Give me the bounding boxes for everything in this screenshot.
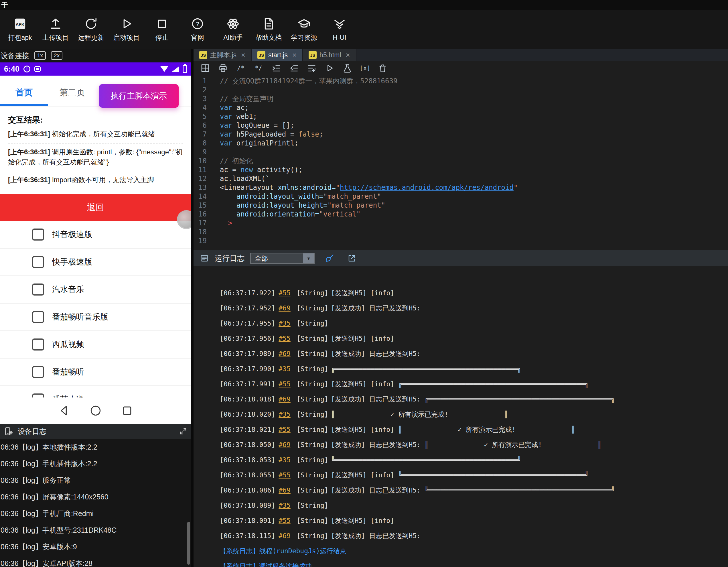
app-list-row[interactable]: 番茄畅听音乐版 bbox=[0, 304, 191, 331]
code-text: var ac; bbox=[207, 103, 249, 112]
back-button[interactable]: 返回 bbox=[0, 194, 191, 221]
log-text: 【String】[发送成功] 日志已发送到H5: bbox=[294, 532, 421, 540]
run-icon[interactable] bbox=[325, 63, 334, 73]
close-icon[interactable]: × bbox=[241, 51, 245, 59]
learning-icon bbox=[297, 17, 311, 30]
code-text: var web1; bbox=[207, 112, 257, 121]
code-line: 7 var h5PageLoaded = false; bbox=[194, 130, 728, 139]
log-filter-select[interactable]: 全部 ▼ bbox=[250, 253, 315, 264]
app-checkbox[interactable] bbox=[32, 339, 44, 351]
log-ref-link[interactable]: #55 bbox=[279, 517, 291, 524]
app-checkbox[interactable] bbox=[32, 366, 44, 378]
close-tag-icon[interactable]: [x] bbox=[360, 63, 370, 73]
zoom-2x-button[interactable]: 2x bbox=[51, 51, 62, 60]
log-ref-link[interactable]: #55 bbox=[279, 426, 291, 433]
code-text: var originalPrintl; bbox=[207, 139, 299, 148]
indent-right-icon[interactable] bbox=[271, 63, 281, 73]
log-timestamp: [06:37:17.952] bbox=[220, 305, 275, 312]
nav-home-icon[interactable] bbox=[89, 404, 102, 417]
app-list-row[interactable]: 快手极速版 bbox=[0, 248, 191, 276]
log-ref-link[interactable]: #35 bbox=[279, 456, 291, 464]
device-log-line: 06:36【log】服务正常 bbox=[1, 472, 191, 489]
log-ref-link[interactable]: #35 bbox=[279, 365, 291, 373]
status-overlay-icon bbox=[34, 66, 41, 72]
code-line: 13 <LinearLayout xmlns:android="http://s… bbox=[194, 183, 728, 192]
log-timestamp: [06:37:18.089] bbox=[220, 502, 275, 509]
log-text: 【String】[发送到H5] [info] bbox=[294, 289, 394, 297]
toolbar-item-ai-assistant[interactable]: AI助手 bbox=[215, 17, 251, 42]
indent-left-icon[interactable] bbox=[289, 63, 299, 73]
editor-tab-主脚本.js[interactable]: JS 主脚本.js × bbox=[194, 49, 252, 61]
comment-open-icon[interactable]: /* bbox=[236, 63, 246, 73]
close-icon[interactable]: × bbox=[292, 51, 297, 59]
log-ref-link[interactable]: #69 bbox=[279, 305, 291, 312]
toolbar-item-website[interactable]: ? 官网 bbox=[180, 17, 215, 42]
log-ref-link[interactable]: #55 bbox=[279, 471, 291, 479]
app-checkbox[interactable] bbox=[32, 256, 44, 268]
editor-tab-h5.html[interactable]: JS h5.html × bbox=[303, 49, 356, 61]
toolbar-item-help-doc[interactable]: 帮助文档 bbox=[251, 17, 286, 42]
device-log-title: 设备日志 bbox=[18, 427, 46, 436]
app-checkbox[interactable] bbox=[32, 284, 44, 296]
code-text: > bbox=[207, 219, 232, 228]
signal-icon bbox=[172, 66, 179, 72]
log-ref-link[interactable]: #55 bbox=[279, 289, 291, 297]
code-line: 17 > bbox=[194, 219, 728, 228]
expand-icon[interactable] bbox=[179, 427, 187, 435]
test-icon[interactable] bbox=[342, 63, 352, 73]
ai-assistant-icon bbox=[226, 17, 240, 30]
app-label: 快手极速版 bbox=[52, 256, 92, 267]
app-checkbox[interactable] bbox=[32, 228, 44, 240]
toolbar-item-label: 启动项目 bbox=[113, 33, 140, 42]
toolbar-item-apk[interactable]: APK 打包apk bbox=[2, 17, 38, 42]
phone-tab-2[interactable]: 第二页 bbox=[48, 87, 96, 106]
print-icon[interactable] bbox=[218, 63, 228, 73]
app-list-row[interactable]: 汽水音乐 bbox=[0, 276, 191, 304]
phone-tab-1[interactable]: 首页 bbox=[0, 87, 48, 106]
chevron-down-icon[interactable]: ▼ bbox=[303, 253, 314, 263]
nav-recent-icon[interactable] bbox=[121, 404, 133, 417]
log-timestamp: [06:37:18.053] bbox=[220, 456, 275, 464]
titlebar-text: 于 bbox=[1, 1, 8, 10]
app-list-row[interactable]: 抖音极速版 bbox=[0, 221, 191, 248]
editor-tab-start.js[interactable]: JS start.js × bbox=[252, 49, 303, 61]
export-log-button[interactable] bbox=[347, 254, 356, 263]
log-ref-link[interactable]: #69 bbox=[279, 532, 291, 540]
toolbar-item-start[interactable]: 启动项目 bbox=[109, 17, 144, 42]
device-log-scrollbar[interactable] bbox=[187, 522, 190, 565]
log-ref-link[interactable]: #55 bbox=[279, 380, 291, 388]
device-log-list: 06:36【log】本地插件版本:2.206:36【log】手机插件版本:2.2… bbox=[0, 439, 191, 567]
panel-add-icon[interactable] bbox=[200, 63, 210, 73]
log-ref-link[interactable]: #55 bbox=[279, 335, 291, 342]
toolbar-item-label: 官网 bbox=[191, 33, 204, 42]
nav-back-icon[interactable] bbox=[58, 404, 70, 417]
toolbar-item-hui-logo[interactable]: H-UI bbox=[322, 18, 357, 41]
line-number: 16 bbox=[194, 210, 207, 219]
close-icon[interactable]: × bbox=[346, 51, 350, 59]
toolbar-item-remote-update[interactable]: 远程更新 bbox=[73, 17, 109, 42]
zoom-1x-button[interactable]: 1x bbox=[34, 51, 46, 60]
log-ref-link[interactable]: #69 bbox=[279, 441, 291, 449]
app-checkbox[interactable] bbox=[32, 311, 44, 323]
log-ref-link[interactable]: #69 bbox=[279, 487, 291, 494]
code-line: 2 bbox=[194, 86, 728, 94]
wrap-lines-icon[interactable] bbox=[307, 63, 317, 73]
run-main-script-button[interactable]: 执行主脚本演示 bbox=[99, 84, 179, 108]
app-list-row[interactable]: 番茄畅听 bbox=[0, 359, 191, 386]
wifi-icon bbox=[160, 66, 168, 72]
toolbar-item-learning[interactable]: 学习资源 bbox=[286, 17, 322, 42]
log-ref-link[interactable]: #69 bbox=[279, 350, 291, 358]
code-text: ac = new activity(); bbox=[207, 165, 303, 174]
log-ref-link[interactable]: #35 bbox=[279, 320, 291, 327]
clear-log-button[interactable] bbox=[325, 253, 335, 263]
comment-close-icon[interactable]: */ bbox=[254, 63, 263, 73]
log-ref-link[interactable]: #35 bbox=[279, 502, 291, 509]
toolbar-item-upload[interactable]: 上传项目 bbox=[38, 17, 73, 42]
clear-icon[interactable] bbox=[378, 63, 388, 73]
log-ref-link[interactable]: #69 bbox=[279, 396, 291, 403]
app-list-row[interactable]: 西瓜视频 bbox=[0, 331, 191, 359]
log-ref-link[interactable]: #35 bbox=[279, 411, 291, 418]
log-text: 【String】╚═══════════════════════════════… bbox=[294, 456, 521, 464]
toolbar-item-stop[interactable]: 停止 bbox=[144, 17, 180, 42]
code-editor[interactable]: 1 // 交流QQ群711841924群一，苹果内测群，528816639 2 … bbox=[194, 75, 728, 250]
